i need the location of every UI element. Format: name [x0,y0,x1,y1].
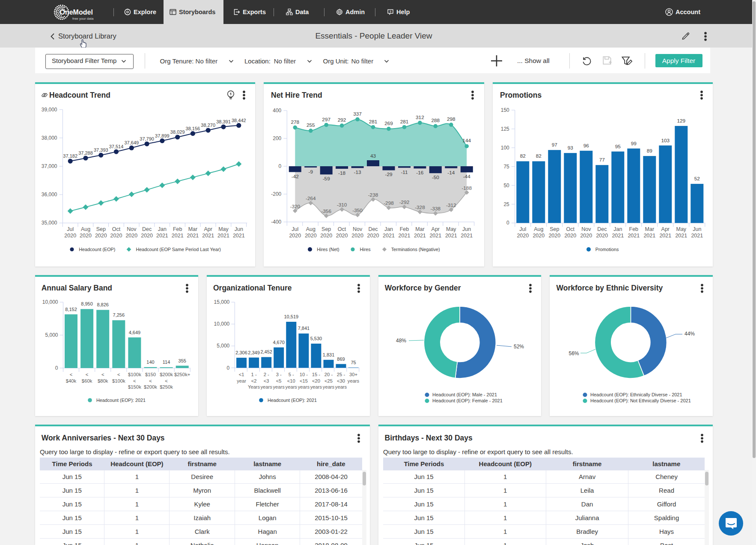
svg-text:?: ? [390,10,392,14]
svg-text:free your data: free your data [72,17,94,21]
svg-text:OneModel: OneModel [60,9,93,16]
